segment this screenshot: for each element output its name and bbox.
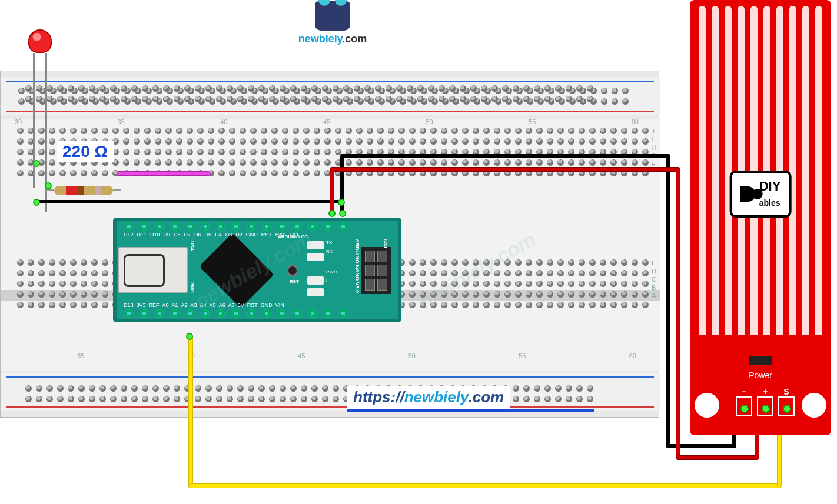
usb-port-icon: [118, 247, 188, 293]
rst-btn-label: RST: [290, 279, 299, 284]
led-leg-anode: [33, 53, 35, 188]
endpoint: [339, 210, 346, 217]
yellow-wire-h1: [188, 483, 780, 488]
sensor-pad-signal: S: [778, 396, 795, 416]
sensor-brand-label: DIY ables: [730, 171, 792, 218]
water-level-sensor: DIY ables Power − + S: [690, 0, 831, 435]
icsp-header: [361, 247, 391, 294]
red-wire-to-sensor-v1: [330, 167, 334, 212]
red-wire-to-sensor-v2: [676, 167, 680, 460]
icsp-label: ICSP: [383, 239, 388, 250]
sensor-pin-pads: − + S: [736, 396, 795, 416]
bottom-pin-labels: D13 3V3 REF A0 A1 A2 A3 A4 A5 A6 A7 5V R…: [124, 302, 284, 308]
top-pin-labels: D12 D11 D10 D9 D8 D7 D6 D5 D4 D3 D2 GND …: [124, 232, 299, 238]
black-wire-to-sensor-h1: [340, 154, 670, 158]
url-underline: [347, 409, 594, 412]
hole-grid-rail-top: [25, 85, 596, 105]
row-letters-lower: E D C B A: [652, 259, 656, 299]
row-letters-upper: J I H G F: [651, 128, 656, 168]
arduino-nano: ARDUINO.CC ARDUINO NANO V3.0 ICSP USA 20…: [113, 218, 401, 322]
sensor-power-label: Power: [749, 371, 772, 380]
usa-label: USA: [190, 241, 195, 251]
logo-text-tld: .com: [342, 33, 367, 45]
internal-led-labels: TX RX PWR L: [326, 240, 337, 283]
endpoint: [33, 160, 40, 167]
endpoint: [186, 333, 193, 340]
mcu-chip-icon: [199, 233, 274, 308]
endpoint: [338, 199, 345, 206]
resistor-wire-left: [46, 189, 54, 191]
reset-button[interactable]: [287, 265, 298, 276]
site-logo: newbiely.com: [288, 1, 377, 45]
black-wire-to-sensor-v2: [666, 154, 670, 448]
black-wire-led-gnd: [35, 200, 341, 203]
nano-top-pins: [125, 222, 347, 231]
logo-text-main: newbiely: [298, 33, 343, 45]
diyables-logo-icon: [740, 186, 756, 202]
pink-jumper-wire: [117, 171, 211, 176]
hole-grid-rail-bot: [25, 385, 596, 405]
sensor-pad-plus: +: [757, 396, 773, 416]
owl-icon: [315, 1, 350, 31]
rx-led-icon: [307, 253, 324, 261]
resistor-220-ohm: [54, 186, 113, 195]
led-bulb-icon: [28, 29, 52, 53]
l-led-icon: [307, 288, 324, 296]
yellow-wire-v1: [188, 335, 193, 488]
red-wire-to-sensor-h2: [676, 455, 758, 460]
source-url[interactable]: https://newbiely.com: [347, 386, 510, 409]
sensor-switch-icon: [749, 356, 772, 365]
endpoint: [45, 182, 52, 189]
resistor-value-label: 220 Ω: [57, 141, 114, 162]
sensor-pad-minus: −: [736, 396, 752, 416]
year-label: 2009: [190, 282, 195, 293]
red-wire-to-sensor-h1: [330, 167, 680, 172]
arduino-model-label: ARDUINO NANO V3.0: [354, 239, 360, 293]
red-led: [28, 29, 58, 82]
resistor-wire-right: [113, 189, 121, 191]
col-numbers-bot: 35 40 45 50 55 60: [77, 352, 636, 359]
tx-led-icon: [307, 241, 324, 249]
nano-bottom-pins: [125, 309, 347, 318]
endpoint: [328, 210, 336, 217]
pwr-led-icon: [307, 276, 324, 285]
col-numbers-top: 30 35 40 45 50 55 60: [15, 118, 639, 125]
endpoint: [33, 199, 40, 206]
